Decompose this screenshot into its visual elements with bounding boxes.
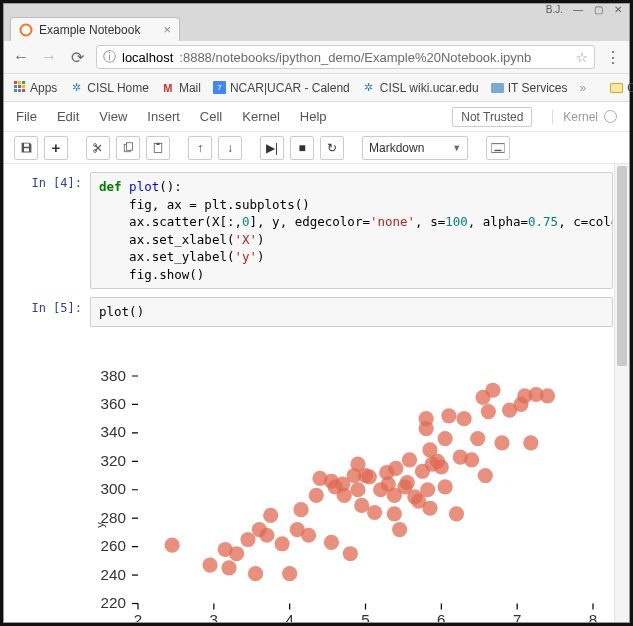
paste-icon: [152, 142, 164, 154]
vertical-scrollbar[interactable]: [614, 164, 629, 622]
svg-point-43: [202, 557, 217, 572]
bookmark-item[interactable]: ✲ CISL wiki.ucar.edu: [362, 81, 479, 95]
paste-button[interactable]: [146, 136, 170, 160]
window-title-strip: B.J. — ▢ ✕: [4, 4, 629, 14]
gear-icon: ✲: [362, 81, 376, 95]
scatter-chart: y X 2345678220240260280300320340360380: [90, 370, 605, 623]
svg-point-100: [470, 430, 485, 445]
svg-point-89: [422, 500, 437, 515]
notebook-toolbar: + ↑ ↓ ▶| ■ ↻ Markdown ▼: [4, 132, 629, 164]
folder-icon: [610, 83, 623, 93]
address-host: localhost: [122, 50, 173, 65]
bookmark-item[interactable]: IT Services: [491, 81, 568, 95]
other-bookmarks[interactable]: Other bookmarks: [610, 81, 633, 95]
svg-point-55: [293, 502, 308, 517]
bookmarks-overflow[interactable]: »: [580, 81, 587, 95]
forward-button[interactable]: →: [40, 48, 58, 66]
move-down-button[interactable]: ↓: [218, 136, 242, 160]
menu-file[interactable]: File: [16, 109, 37, 124]
svg-point-94: [438, 430, 453, 445]
svg-point-53: [282, 566, 297, 581]
svg-text:5: 5: [361, 610, 369, 622]
site-info-icon[interactable]: ⓘ: [103, 48, 116, 66]
menu-cell[interactable]: Cell: [200, 109, 222, 124]
interrupt-button[interactable]: ■: [290, 136, 314, 160]
run-button[interactable]: ▶|: [260, 136, 284, 160]
svg-text:320: 320: [101, 451, 126, 468]
scrollbar-thumb[interactable]: [617, 166, 627, 366]
svg-point-86: [419, 411, 434, 426]
menu-insert[interactable]: Insert: [147, 109, 180, 124]
folder-icon: [491, 83, 504, 93]
code-editor[interactable]: plot(): [90, 297, 613, 327]
svg-point-103: [481, 403, 496, 418]
svg-point-50: [259, 527, 274, 542]
mail-icon: M: [161, 81, 175, 95]
svg-point-56: [301, 527, 316, 542]
svg-point-76: [387, 506, 402, 521]
cell-type-select[interactable]: Markdown ▼: [362, 136, 468, 160]
code-cell[interactable]: In [5]: plot(): [20, 297, 613, 327]
svg-point-52: [275, 536, 290, 551]
chrome-menu-icon[interactable]: ⋮: [605, 48, 621, 67]
svg-point-80: [400, 475, 415, 490]
move-up-button[interactable]: ↑: [188, 136, 212, 160]
svg-point-59: [324, 534, 339, 549]
apps-button[interactable]: Apps: [12, 81, 57, 95]
cut-button[interactable]: [86, 136, 110, 160]
svg-text:280: 280: [101, 508, 126, 525]
tab-close-icon[interactable]: ×: [163, 22, 171, 37]
svg-text:260: 260: [101, 537, 126, 554]
input-prompt: In [4]:: [20, 172, 90, 289]
svg-point-102: [478, 467, 493, 482]
svg-point-57: [309, 487, 324, 502]
code-editor[interactable]: def plot(): fig, ax = plt.subplots() ax.…: [90, 172, 613, 289]
menu-edit[interactable]: Edit: [57, 109, 79, 124]
bookmark-star-icon[interactable]: ☆: [576, 50, 588, 65]
svg-point-68: [354, 497, 369, 512]
svg-point-49: [263, 507, 278, 522]
bookmark-item[interactable]: 7 NCAR|UCAR - Calend: [213, 81, 350, 95]
trust-indicator[interactable]: Not Trusted: [452, 107, 532, 127]
svg-text:3: 3: [210, 610, 218, 622]
svg-point-71: [367, 504, 382, 519]
save-button[interactable]: [14, 136, 38, 160]
svg-point-81: [402, 452, 417, 467]
back-button[interactable]: ←: [12, 48, 30, 66]
kernel-indicator: Kernel: [552, 110, 617, 124]
bookmark-item[interactable]: M Mail: [161, 81, 201, 95]
code-cell[interactable]: In [4]: def plot(): fig, ax = plt.subplo…: [20, 172, 613, 289]
restart-button[interactable]: ↻: [320, 136, 344, 160]
menu-help[interactable]: Help: [300, 109, 327, 124]
apps-grid-icon: [12, 81, 26, 95]
svg-rect-8: [495, 149, 502, 150]
svg-point-47: [240, 531, 255, 546]
svg-point-105: [494, 435, 509, 450]
bookmark-item[interactable]: ✲ CISL Home: [69, 81, 149, 95]
scissors-icon: [92, 142, 104, 154]
svg-point-111: [540, 388, 555, 403]
svg-text:2: 2: [134, 610, 142, 622]
bookmarks-bar: Apps ✲ CISL Home M Mail 7 NCAR|UCAR - Ca…: [4, 74, 629, 102]
browser-tab[interactable]: Example Notebook ×: [10, 17, 180, 41]
reload-button[interactable]: ⟳: [68, 48, 86, 67]
browser-toolbar: ← → ⟳ ⓘ localhost:8888/notebooks/ipython…: [4, 41, 629, 74]
address-bar[interactable]: ⓘ localhost:8888/notebooks/ipython_demo/…: [96, 45, 595, 69]
svg-text:380: 380: [101, 366, 126, 383]
svg-text:340: 340: [101, 423, 126, 440]
menu-view[interactable]: View: [99, 109, 127, 124]
window-maximize-button[interactable]: ▢: [593, 4, 603, 15]
add-cell-button[interactable]: +: [44, 136, 68, 160]
copy-icon: [122, 142, 134, 154]
tab-title: Example Notebook: [39, 23, 157, 37]
menu-kernel[interactable]: Kernel: [242, 109, 280, 124]
svg-point-98: [457, 411, 472, 426]
svg-text:6: 6: [437, 610, 445, 622]
svg-point-46: [229, 546, 244, 561]
jupyter-favicon: [19, 23, 33, 37]
gear-icon: ✲: [69, 81, 83, 95]
copy-button[interactable]: [116, 136, 140, 160]
command-palette-button[interactable]: [486, 136, 510, 160]
window-minimize-button[interactable]: —: [573, 4, 583, 15]
window-close-button[interactable]: ✕: [613, 4, 623, 15]
